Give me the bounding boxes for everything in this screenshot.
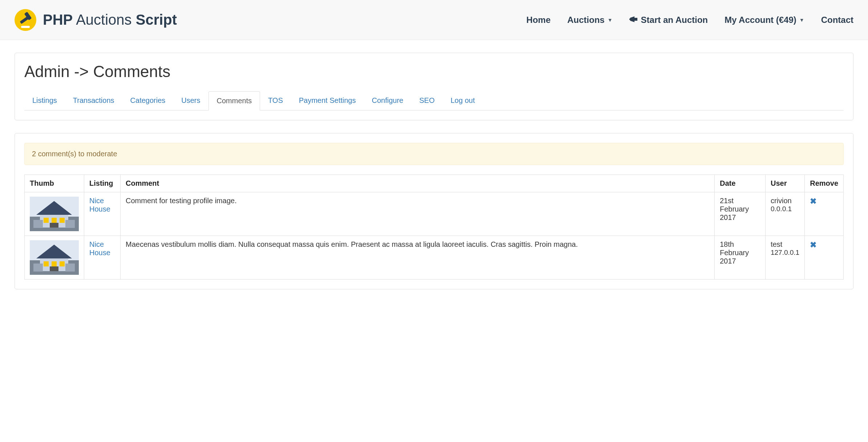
svg-rect-11 bbox=[50, 223, 58, 228]
remove-icon[interactable]: ✖ bbox=[810, 197, 816, 206]
col-thumb: Thumb bbox=[25, 175, 84, 192]
admin-tabs: Listings Transactions Categories Users C… bbox=[24, 91, 844, 110]
col-user: User bbox=[765, 175, 804, 192]
svg-rect-18 bbox=[44, 261, 49, 266]
tab-categories[interactable]: Categories bbox=[122, 91, 174, 110]
comments-table: Thumb Listing Comment Date User Remove bbox=[24, 174, 844, 280]
nav-account-label: My Account (€49) bbox=[725, 15, 796, 25]
svg-rect-13 bbox=[65, 220, 75, 228]
tab-configure[interactable]: Configure bbox=[364, 91, 411, 110]
svg-rect-10 bbox=[60, 218, 65, 223]
caret-down-icon: ▼ bbox=[608, 17, 613, 23]
user-name: crivion bbox=[771, 197, 799, 205]
listing-link[interactable]: Nice House bbox=[89, 240, 110, 257]
listing-cell: Nice House bbox=[84, 192, 121, 236]
admin-panel: Admin -> Comments Listings Transactions … bbox=[15, 53, 853, 120]
svg-rect-3 bbox=[21, 26, 30, 28]
user-ip: 127.0.0.1 bbox=[771, 249, 799, 257]
tab-seo[interactable]: SEO bbox=[411, 91, 442, 110]
listing-link[interactable]: Nice House bbox=[89, 197, 110, 213]
tab-listings[interactable]: Listings bbox=[24, 91, 65, 110]
thumb-cell bbox=[25, 236, 84, 280]
svg-rect-19 bbox=[52, 261, 57, 266]
comments-panel: 2 comment(s) to moderate Thumb Listing C… bbox=[15, 133, 853, 289]
col-date: Date bbox=[714, 175, 765, 192]
remove-cell: ✖ bbox=[805, 236, 844, 280]
svg-rect-23 bbox=[65, 264, 75, 272]
comment-cell: Maecenas vestibulum mollis diam. Nulla c… bbox=[121, 236, 715, 280]
gavel-logo-icon bbox=[15, 9, 36, 31]
tab-tos[interactable]: TOS bbox=[260, 91, 291, 110]
svg-rect-9 bbox=[52, 218, 57, 223]
table-header-row: Thumb Listing Comment Date User Remove bbox=[25, 175, 844, 192]
user-cell: test 127.0.0.1 bbox=[765, 236, 804, 280]
nav-my-account[interactable]: My Account (€49) ▼ bbox=[725, 15, 804, 25]
nav-contact[interactable]: Contact bbox=[821, 15, 853, 25]
nav-links: Home Auctions ▼ Start an Auction My Acco… bbox=[526, 15, 853, 25]
tab-payment-settings[interactable]: Payment Settings bbox=[291, 91, 364, 110]
brand-text: PHP Auctions Script bbox=[43, 12, 177, 28]
svg-rect-8 bbox=[44, 218, 49, 223]
tab-logout[interactable]: Log out bbox=[443, 91, 483, 110]
brand[interactable]: PHP Auctions Script bbox=[15, 9, 177, 31]
tab-transactions[interactable]: Transactions bbox=[65, 91, 122, 110]
thumb-cell bbox=[25, 192, 84, 236]
bullhorn-icon bbox=[629, 15, 638, 25]
remove-cell: ✖ bbox=[805, 192, 844, 236]
svg-rect-22 bbox=[33, 264, 43, 272]
user-cell: crivion 0.0.0.1 bbox=[765, 192, 804, 236]
date-cell: 21st February 2017 bbox=[714, 192, 765, 236]
nav-start-label: Start an Auction bbox=[641, 15, 708, 25]
table-row: Nice House Comment for testing profile i… bbox=[25, 192, 844, 236]
moderation-alert: 2 comment(s) to moderate bbox=[24, 143, 844, 165]
user-ip: 0.0.0.1 bbox=[771, 205, 799, 213]
svg-rect-20 bbox=[60, 261, 65, 266]
svg-rect-21 bbox=[50, 266, 58, 271]
date-cell: 18th February 2017 bbox=[714, 236, 765, 280]
nav-auctions-label: Auctions bbox=[567, 15, 605, 25]
listing-cell: Nice House bbox=[84, 236, 121, 280]
user-name: test bbox=[771, 240, 799, 249]
nav-start-auction[interactable]: Start an Auction bbox=[629, 15, 708, 25]
page-title: Admin -> Comments bbox=[24, 63, 844, 81]
nav-auctions[interactable]: Auctions ▼ bbox=[567, 15, 613, 25]
comment-cell: Comment for testing profile image. bbox=[121, 192, 715, 236]
col-comment: Comment bbox=[121, 175, 715, 192]
remove-icon[interactable]: ✖ bbox=[810, 240, 816, 249]
tab-users[interactable]: Users bbox=[173, 91, 208, 110]
nav-home[interactable]: Home bbox=[526, 15, 551, 25]
tab-comments[interactable]: Comments bbox=[208, 91, 260, 110]
table-row: Nice House Maecenas vestibulum mollis di… bbox=[25, 236, 844, 280]
listing-thumb-icon bbox=[30, 240, 79, 275]
listing-thumb-icon bbox=[30, 197, 79, 231]
col-remove: Remove bbox=[805, 175, 844, 192]
navbar: PHP Auctions Script Home Auctions ▼ Star… bbox=[0, 0, 868, 40]
caret-down-icon: ▼ bbox=[799, 17, 804, 23]
col-listing: Listing bbox=[84, 175, 121, 192]
svg-rect-12 bbox=[33, 220, 43, 228]
